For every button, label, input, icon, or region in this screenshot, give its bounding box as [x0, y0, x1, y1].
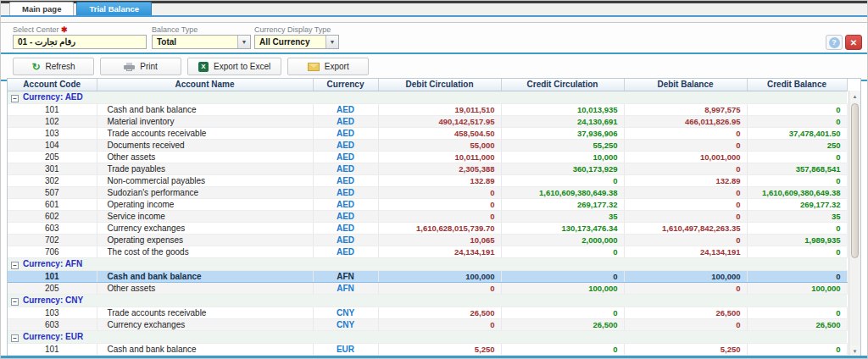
scroll-up-icon[interactable]: ▲ — [850, 91, 860, 102]
balance-type-select[interactable]: Total ▼ — [152, 35, 251, 49]
currency-cell: AED — [313, 139, 378, 151]
currency-display-type-select[interactable]: All Currency ▼ — [254, 35, 339, 49]
currency-group-label: Currency: EUR — [23, 332, 83, 341]
tab-trial-balance[interactable]: Trial Balance — [76, 2, 152, 15]
export-button[interactable]: Export — [287, 58, 369, 75]
select-center-label: Select Center ✱ — [13, 25, 147, 35]
credit-balance-cell: 269,177.32 — [747, 198, 847, 210]
debit-balance-cell: 5,250 — [624, 343, 747, 355]
account-row[interactable]: 702Operating expensesAED10,0652,000,0000… — [8, 234, 847, 246]
account-row[interactable]: 101Cash and bank balanceAED19,011,51010,… — [8, 103, 847, 115]
credit-circulation-cell: 37,936,906 — [501, 127, 624, 139]
credit-balance-cell: 0 — [747, 307, 847, 318]
panel-bottom-border — [1, 356, 867, 358]
account-row[interactable]: 101Cash and bank balanceAFN100,0000100,0… — [8, 270, 847, 282]
print-button[interactable]: Print — [100, 58, 181, 75]
account-row[interactable]: 301Trade payablesAED2,305,388360,173,929… — [8, 163, 847, 174]
required-asterisk-icon: ✱ — [61, 25, 68, 34]
currency-group-row[interactable]: −Currency: EUR — [8, 330, 847, 343]
export-excel-button[interactable]: X Export to Excel — [187, 58, 281, 75]
select-center-group: Select Center ✱ — [13, 25, 147, 49]
scrollbar-thumb[interactable] — [851, 103, 859, 258]
currency-display-type-group: Currency Display Type All Currency ▼ — [254, 25, 339, 49]
debit-circulation-cell: 24,134,191 — [378, 246, 501, 257]
currency-group-row[interactable]: −Currency: AED — [8, 91, 847, 103]
envelope-icon — [308, 63, 320, 71]
refresh-label: Refresh — [46, 62, 75, 71]
credit-balance-cell: 0 — [747, 103, 847, 115]
close-icon: ✕ — [850, 38, 857, 47]
vertical-scrollbar[interactable]: ▲ ▼ — [849, 91, 860, 358]
account-code-cell: 702 — [8, 234, 97, 246]
tab-main-page[interactable]: Main page — [9, 2, 74, 15]
debit-balance-cell: 466,011,826.95 — [624, 115, 747, 127]
account-row[interactable]: 205Other assetsAED10,011,00010,00010,001… — [8, 151, 847, 163]
debit-circulation-cell: 26,500 — [378, 307, 501, 318]
currency-cell: AED — [313, 115, 378, 127]
account-row[interactable]: 205Other assetsAFN0100,0000100,000 — [8, 282, 847, 294]
col-header-debit-circulation[interactable]: Debit Circulation — [378, 79, 501, 91]
col-header-currency[interactable]: Currency — [313, 79, 378, 91]
refresh-button[interactable]: ↻ Refresh — [13, 58, 94, 75]
export-excel-label: Export to Excel — [214, 62, 270, 71]
debit-circulation-cell: 0 — [378, 282, 501, 294]
account-name-cell: The cost of the goods — [97, 246, 313, 257]
print-label: Print — [140, 62, 158, 71]
account-row[interactable]: 104Documents receivedAED55,00055,2500250 — [8, 139, 847, 151]
credit-balance-cell: 1,610,609,380,649.38 — [747, 186, 847, 198]
currency-group-row[interactable]: −Currency: CNY — [8, 294, 847, 307]
credit-circulation-cell: 130,173,476.34 — [501, 222, 624, 234]
currency-group-row[interactable]: −Currency: AFN — [8, 257, 847, 270]
account-row[interactable]: 507Sudozian's performanceAED01,610,609,3… — [8, 186, 847, 198]
account-name-cell: Cash and bank balance — [97, 103, 313, 115]
chevron-down-icon[interactable]: ▼ — [237, 36, 250, 48]
credit-circulation-cell: 10,000 — [501, 151, 624, 163]
account-name-cell: Trade accounts receivable — [97, 307, 313, 318]
account-row[interactable]: 302Non-commercial payablesAED132.890132.… — [8, 174, 847, 186]
account-row[interactable]: 103Trade accounts receivableAED458,504.5… — [8, 127, 847, 139]
account-row[interactable]: 603Currency exchangesCNY026,500026,500 — [8, 318, 847, 330]
col-header-debit-balance[interactable]: Debit Balance — [624, 79, 747, 91]
close-button[interactable]: ✕ — [845, 35, 862, 50]
credit-balance-cell: 37,478,401.50 — [747, 127, 847, 139]
account-code-cell: 104 — [8, 139, 97, 151]
credit-balance-cell: 0 — [747, 115, 847, 127]
account-row[interactable]: 103Trade accounts receivableCNY26,500026… — [8, 307, 847, 318]
credit-balance-cell: 357,868,541 — [747, 163, 847, 174]
credit-balance-cell: 0 — [747, 270, 847, 282]
printer-icon — [124, 63, 135, 71]
help-button[interactable]: ? — [826, 35, 843, 50]
debit-balance-cell: 0 — [624, 163, 747, 174]
currency-display-type-value: All Currency — [255, 37, 309, 47]
debit-circulation-cell: 0 — [378, 198, 501, 210]
account-row[interactable]: 706The cost of the goodsAED24,134,191024… — [8, 246, 847, 257]
credit-circulation-cell: 35 — [501, 210, 624, 222]
collapse-icon[interactable]: − — [11, 95, 19, 102]
account-row[interactable]: 603Currency exchangesAED1,610,628,015,73… — [8, 222, 847, 234]
credit-circulation-cell: 0 — [501, 270, 624, 282]
account-row[interactable]: 601Operating incomeAED0269,177.320269,17… — [8, 198, 847, 210]
col-header-credit-circulation[interactable]: Credit Circulation — [501, 79, 624, 91]
collapse-icon[interactable]: − — [11, 298, 19, 306]
account-row[interactable]: 602Service incomeAED035035 — [8, 210, 847, 222]
account-code-cell: 706 — [8, 246, 97, 257]
col-header-credit-balance[interactable]: Credit Balance — [747, 79, 847, 91]
chevron-down-icon[interactable]: ▼ — [326, 36, 338, 48]
col-header-account-code[interactable]: Account Code — [8, 79, 97, 91]
collapse-icon[interactable]: − — [11, 262, 19, 269]
debit-balance-cell: 26,500 — [624, 307, 747, 318]
collapse-icon[interactable]: − — [11, 334, 19, 342]
credit-circulation-cell: 269,177.32 — [501, 198, 624, 210]
account-row[interactable]: 101Cash and bank balanceEUR5,25005,2500 — [8, 343, 847, 355]
col-header-account-name[interactable]: Account Name — [97, 79, 313, 91]
debit-circulation-cell: 2,305,388 — [378, 163, 501, 174]
select-center-input[interactable] — [13, 35, 147, 49]
debit-circulation-cell: 0 — [378, 210, 501, 222]
debit-circulation-cell: 5,250 — [378, 343, 501, 355]
filter-panel: Select Center ✱ Balance Type Total ▼ Cur… — [1, 23, 867, 54]
currency-cell: CNY — [313, 318, 378, 330]
credit-balance-cell: 35 — [747, 210, 847, 222]
account-name-cell: Other assets — [97, 282, 313, 294]
debit-circulation-cell: 458,504.50 — [378, 127, 501, 139]
account-row[interactable]: 102Material inventoryAED490,142,517.9524… — [8, 115, 847, 127]
